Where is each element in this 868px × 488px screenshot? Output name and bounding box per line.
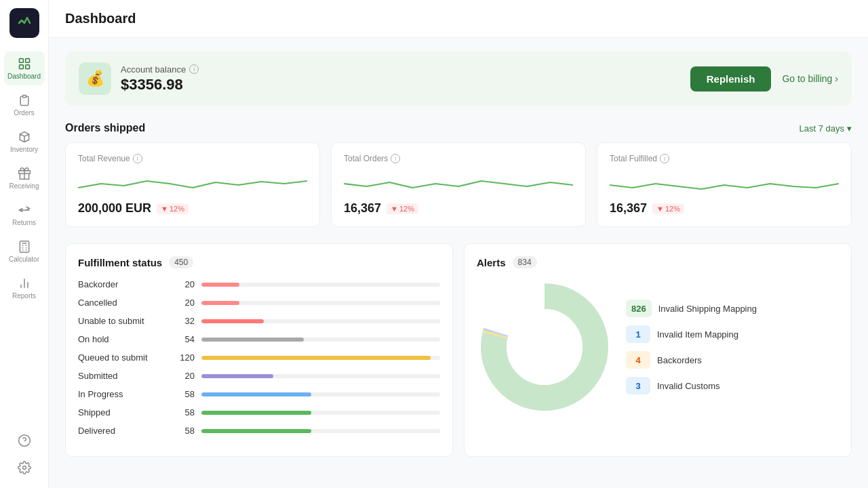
fulfillment-row-label: Backorder [78, 279, 166, 289]
sidebar-item-receiving[interactable]: Receiving [4, 161, 45, 195]
alerts-count-badge: 834 [513, 256, 537, 268]
svg-rect-1 [25, 59, 29, 63]
fulfillment-bar-container [201, 283, 440, 287]
date-filter[interactable]: Last 7 days ▾ [800, 123, 852, 134]
fulfillment-row-label: In Progress [78, 389, 166, 399]
app-logo [9, 8, 39, 38]
fulfillment-bar-fill [201, 411, 311, 415]
fulfillment-row: On hold 54 [78, 334, 440, 344]
svg-rect-4 [22, 96, 26, 98]
page-title: Dashboard [65, 11, 136, 26]
fulfillment-bar-fill [201, 429, 311, 433]
fulfillment-bar-container [201, 392, 440, 396]
alert-item: 1 Invalid Item Mapping [626, 325, 839, 343]
balance-amount: $3356.98 [121, 76, 199, 94]
revenue-change: ▼ 12% [157, 203, 189, 214]
chevron-right-icon: › [835, 73, 838, 84]
alerts-title: Alerts [477, 257, 506, 268]
fulfillment-row-count: 32 [173, 316, 195, 326]
fulfillment-bar-fill [201, 338, 304, 342]
fulfillment-row: Queued to submit 120 [78, 352, 440, 363]
fulfillment-row-count: 20 [173, 279, 195, 289]
fulfillment-row-count: 54 [173, 334, 195, 344]
fulfillment-row-label: Unable to submit [78, 316, 166, 326]
sidebar-item-inventory[interactable]: Inventory [4, 125, 45, 159]
balance-icon: 💰 [79, 62, 111, 95]
alert-item: 4 Backorders [626, 351, 839, 369]
fulfillment-row-label: Submitted [78, 371, 166, 381]
sidebar-item-returns-label: Returns [12, 219, 36, 226]
sidebar-item-calculator-label: Calculator [9, 256, 39, 263]
fulfillment-row: Shipped 58 [78, 407, 440, 418]
fulfillment-bar-container [201, 356, 440, 360]
fulfillment-row-count: 20 [173, 371, 195, 381]
fulfilled-value: 16,367 [610, 201, 647, 216]
go-to-billing-button[interactable]: Go to billing › [782, 73, 838, 84]
fulfilled-value-row: 16,367 ▼ 12% [610, 201, 839, 216]
fulfillment-row: Submitted 20 [78, 371, 440, 381]
alert-label: Invalid Customs [657, 381, 719, 391]
alerts-content: 826 Invalid Shipping Mapping 1 Invalid I… [477, 279, 839, 415]
page-header: Dashboard [49, 0, 868, 38]
fulfillment-title: Fulfillment status [78, 257, 162, 268]
fulfillment-row-count: 20 [173, 298, 195, 308]
sidebar-item-returns[interactable]: Returns [4, 198, 45, 232]
alerts-card: Alerts 834 [464, 243, 852, 457]
sidebar-item-receiving-label: Receiving [9, 182, 39, 190]
alert-badge: 3 [626, 377, 650, 394]
chevron-down-icon: ▾ [847, 123, 852, 134]
stat-card-orders: Total Orders i 16,367 ▼ 12% [331, 142, 586, 227]
fulfilled-change: ▼ 12% [652, 203, 684, 214]
fulfilled-info-icon[interactable]: i [660, 154, 669, 163]
fulfillment-row: Cancelled 20 [78, 298, 440, 308]
orders-value: 16,367 [344, 201, 381, 216]
fulfillment-row-count: 58 [173, 407, 195, 418]
sidebar-item-orders-label: Orders [14, 109, 35, 117]
alert-label: Invalid Item Mapping [657, 329, 738, 340]
fulfillment-bar-fill [201, 374, 273, 378]
fulfillment-bar-fill [201, 392, 311, 396]
sidebar-item-dashboard[interactable]: Dashboard [4, 52, 45, 85]
fulfillment-bar-container [201, 319, 440, 323]
fulfillment-bar-fill [201, 319, 264, 323]
fulfillment-count-badge: 450 [169, 256, 193, 268]
balance-info-icon[interactable]: i [189, 64, 199, 74]
sidebar-item-settings[interactable] [4, 455, 45, 480]
fulfillment-row: Backorder 20 [78, 279, 440, 289]
orders-info-icon[interactable]: i [391, 154, 400, 163]
svg-rect-5 [20, 241, 28, 253]
fulfillment-row-label: Delivered [78, 426, 166, 436]
fulfillment-row-count: 58 [173, 426, 195, 436]
balance-actions: Replenish Go to billing › [690, 66, 838, 92]
orders-value-row: 16,367 ▼ 12% [344, 201, 573, 216]
alert-badge: 4 [626, 351, 650, 369]
fulfillment-row-label: Cancelled [78, 298, 166, 308]
sidebar-item-reports[interactable]: Reports [4, 271, 45, 305]
main-content: Dashboard 💰 Account balance i $3356.98 R… [49, 0, 868, 488]
fulfillment-bar-container [201, 338, 440, 342]
sidebar-item-help[interactable] [4, 428, 45, 453]
revenue-info-icon[interactable]: i [133, 154, 142, 163]
fulfillment-rows: Backorder 20 Cancelled 20 Unable to subm… [78, 279, 440, 436]
fulfillment-bar-container [201, 411, 440, 415]
svg-rect-3 [25, 65, 29, 69]
replenish-button[interactable]: Replenish [690, 66, 772, 92]
stats-grid: Total Revenue i 200,000 EUR ▼ 12% [65, 142, 852, 227]
fulfillment-row-label: Shipped [78, 407, 166, 418]
sidebar-item-dashboard-label: Dashboard [7, 73, 41, 80]
fulfillment-card: Fulfillment status 450 Backorder 20 Canc… [65, 243, 453, 457]
fulfillment-row: Unable to submit 32 [78, 316, 440, 326]
sidebar-item-orders[interactable]: Orders [4, 88, 45, 122]
alert-badge: 826 [626, 300, 652, 317]
stat-card-fulfilled: Total Fulfilled i 16,367 ▼ 12% [597, 142, 852, 227]
fulfillment-row: In Progress 58 [78, 389, 440, 399]
fulfillment-bar-container [201, 301, 440, 305]
fulfilled-sparkline [610, 169, 839, 196]
sidebar-item-calculator[interactable]: Calculator [4, 235, 45, 268]
svg-rect-0 [19, 59, 23, 63]
stat-label-revenue: Total Revenue i [78, 154, 307, 163]
alerts-header: Alerts 834 [477, 256, 839, 268]
balance-info: Account balance i $3356.98 [121, 64, 199, 94]
svg-point-6 [18, 435, 30, 447]
revenue-sparkline [78, 169, 307, 196]
